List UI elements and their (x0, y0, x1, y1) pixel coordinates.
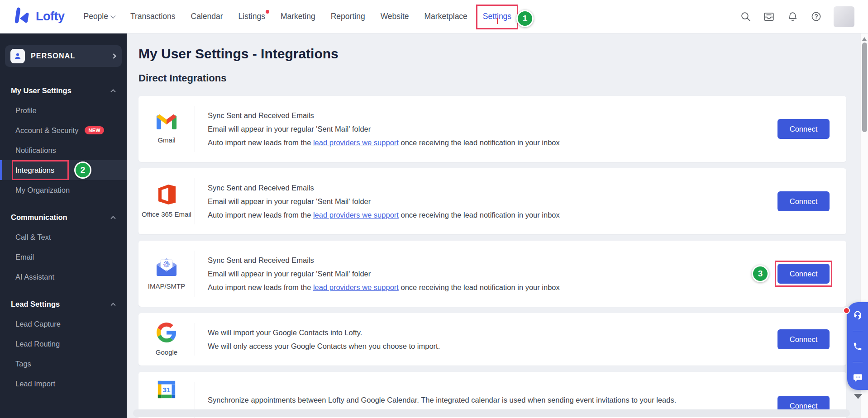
lofty-brand[interactable]: Lofty (15, 7, 64, 27)
notifications-bell-icon[interactable] (787, 11, 798, 23)
listings-notification-dot (266, 10, 269, 14)
scrollbar-up-arrow-icon[interactable] (862, 37, 867, 41)
deals-drawer-icon[interactable] (763, 11, 775, 23)
connect-button[interactable]: Connect (777, 264, 830, 284)
integration-card-imap-smtp: @IMAP/SMTPSync Sent and Received EmailsE… (138, 241, 846, 307)
integration-description: Sync Sent and Received EmailsEmail will … (195, 96, 777, 162)
phone-icon[interactable] (852, 341, 863, 352)
description-line: We will import your Google Contacts into… (208, 328, 777, 337)
nav-item-marketing[interactable]: Marketing (281, 12, 315, 21)
lofty-logo-icon (15, 7, 31, 27)
help-icon[interactable] (810, 11, 822, 23)
integration-cards: GmailSync Sent and Received EmailsEmail … (138, 96, 868, 418)
lead-providers-link[interactable]: lead providers we support (313, 138, 399, 147)
chat-bubble-icon[interactable] (852, 372, 863, 383)
page-title: My User Settings - Integrations (138, 46, 868, 62)
integration-label: Office 365 Email (142, 210, 191, 218)
nav-item-people[interactable]: People (83, 12, 115, 21)
sidebar-item-lead-import[interactable]: Lead Import (0, 374, 127, 394)
connect-button[interactable]: Connect (777, 329, 830, 349)
integration-label: Google (156, 348, 177, 356)
scrollbar-thumb[interactable] (862, 43, 867, 132)
sidebar-section-my-user-settings[interactable]: My User Settings (0, 81, 127, 100)
sidebar-item-lead-capture[interactable]: Lead Capture (0, 314, 127, 334)
sidebar-item-ai-assistant[interactable]: AI Assistant (0, 267, 127, 287)
connect-button[interactable]: Connect (777, 119, 830, 139)
sidebar-item-email[interactable]: Email (0, 247, 127, 267)
nav-item-calendar[interactable]: Calendar (191, 12, 223, 21)
sidebar-item-account-security[interactable]: Account & SecurityNEW (0, 120, 127, 140)
horizontal-scrollbar-thumb[interactable] (133, 409, 850, 417)
sidebar-section-title: Communication (11, 213, 67, 222)
description-line: Sync Sent and Received Emails (208, 256, 777, 265)
sidebar-item-label: Integrations (15, 166, 54, 175)
sidebar-item-label: Notifications (15, 146, 56, 155)
nav-right-icons (739, 6, 854, 27)
integration-description: We will import your Google Contacts into… (195, 313, 777, 366)
gmail-logo (156, 114, 177, 132)
sidebar-item-call-text[interactable]: Call & Text (0, 227, 127, 247)
sidebar-item-profile[interactable]: Profile (0, 100, 127, 120)
chevron-up-icon (110, 89, 115, 94)
nav-item-website[interactable]: Website (381, 12, 409, 21)
connect-button[interactable]: Connect (777, 191, 830, 211)
search-icon[interactable] (739, 11, 751, 23)
sidebar-item-label: Email (15, 253, 34, 261)
account-switcher[interactable]: PERSONAL (5, 45, 122, 67)
sidebar-section-lead-settings[interactable]: Lead Settings (0, 294, 127, 314)
description-line: Auto import new leads from the lead prov… (208, 283, 777, 292)
google-logo (157, 323, 176, 344)
support-headset-icon[interactable] (852, 310, 863, 321)
sidebar-item-tags[interactable]: Tags (0, 354, 127, 374)
sidebar-item-integrations[interactable]: Integrations2 (0, 160, 127, 180)
widget-divider (853, 331, 863, 331)
integration-description: Sync Sent and Received EmailsEmail will … (195, 168, 777, 234)
widget-divider (853, 362, 863, 362)
annotation-step-2: 2 (74, 162, 91, 179)
sidebar-section-communication[interactable]: Communication (0, 207, 127, 227)
nav-item-label: Listings (238, 12, 265, 21)
nav-item-reporting[interactable]: Reporting (331, 12, 365, 21)
sidebar-section-title: Lead Settings (11, 300, 60, 309)
sidebar-item-lead-routing[interactable]: Lead Routing (0, 334, 127, 354)
sidebar-item-label: Profile (15, 106, 37, 115)
description-line: Auto import new leads from the lead prov… (208, 138, 777, 147)
integration-card-gmail: GmailSync Sent and Received EmailsEmail … (138, 96, 846, 162)
integration-description: Sync Sent and Received EmailsEmail will … (195, 241, 777, 307)
nav-item-marketplace[interactable]: Marketplace (424, 12, 467, 21)
nav-item-label: Settings (483, 12, 511, 21)
integration-label: Gmail (157, 136, 175, 144)
nav-item-settings[interactable]: Settings1 (483, 12, 511, 21)
google-calendar-logo: 31 (156, 379, 177, 402)
nav-item-label: Website (381, 12, 409, 21)
description-line: Email will appear in your regular 'Sent … (208, 124, 777, 134)
sidebar-item-label: Lead Capture (15, 320, 61, 328)
widget-notification-dot (843, 307, 850, 314)
description-line: Email will appear in your regular 'Sent … (208, 269, 777, 279)
description-text: Auto import new leads from the (208, 138, 313, 147)
sidebar-sections: My User SettingsProfileAccount & Securit… (0, 81, 127, 394)
widget-collapse-arrow-icon[interactable] (854, 394, 862, 399)
sidebar-item-notifications[interactable]: Notifications (0, 140, 127, 160)
nav-item-listings[interactable]: Listings (238, 12, 265, 21)
annotation-step-3: 3 (752, 265, 769, 282)
lead-providers-link[interactable]: lead providers we support (313, 283, 399, 291)
integration-logo-column: @IMAP/SMTP (138, 241, 195, 307)
integration-logo-column: Gmail (138, 96, 195, 162)
sidebar-section-title: My User Settings (11, 86, 72, 95)
sidebar-item-label: My Organization (15, 186, 70, 195)
svg-text:@: @ (164, 261, 169, 267)
brand-name: Lofty (36, 10, 64, 24)
description-line: Sync Sent and Received Emails (208, 183, 777, 193)
lead-providers-link[interactable]: lead providers we support (313, 211, 399, 219)
description-text: Auto import new leads from the (208, 211, 313, 219)
user-avatar[interactable] (834, 6, 854, 27)
person-icon (10, 49, 25, 63)
nav-item-transactions[interactable]: Transactions (130, 12, 176, 21)
description-line: We will only access your Google Contacts… (208, 342, 777, 351)
sidebar-item-label: Lead Routing (15, 340, 60, 348)
main-content: My User Settings - Integrations Direct I… (127, 33, 868, 418)
sidebar-item-my-organization[interactable]: My Organization (0, 180, 127, 200)
description-text: Auto import new leads from the (208, 283, 313, 291)
description-line: Email will appear in your regular 'Sent … (208, 197, 777, 206)
